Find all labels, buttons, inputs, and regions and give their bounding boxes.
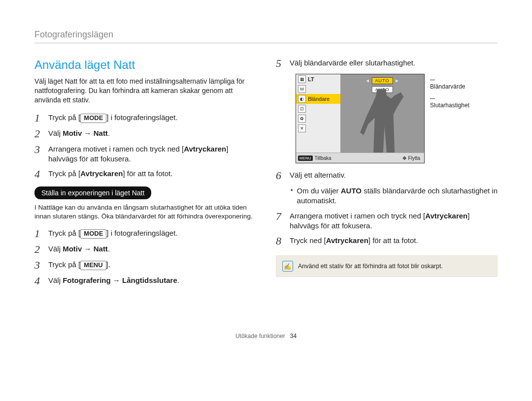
steps-b: 1 Tryck på [MODE] i fotograferingsläget.…: [34, 228, 256, 286]
step-5: 5 Välj bländarvärde eller slutarhastighe…: [276, 58, 498, 69]
steps-a: 1 Tryck på [MODE] i fotograferingsläget.…: [34, 113, 256, 180]
two-column-layout: Använda läget Natt Välj läget Natt för a…: [34, 58, 498, 293]
step-text: Arrangera motivet i ramen och tryck ned …: [48, 144, 228, 164]
lcd-row-flash: ✕: [296, 123, 340, 133]
breadcrumb: Fotograferingslägen: [34, 30, 498, 43]
manual-page: Fotograferingslägen Använda läget Natt V…: [0, 0, 532, 401]
section-title: Använda läget Natt: [34, 58, 256, 72]
camera-lcd: ▦ LT M ◐ Bländare ⊡ ✿ ✕: [296, 74, 425, 163]
footer-label: Utökade funktioner: [235, 333, 285, 339]
step-number: 1: [34, 228, 44, 239]
step-number: 3: [34, 144, 44, 155]
step-text: Tryck på [MODE] i fotograferingsläget.: [48, 113, 178, 123]
step-number: 5: [276, 58, 286, 69]
tip-box: ✍ Använd ett stativ för att förhindra at…: [276, 255, 498, 277]
step-8: 8 Tryck ned [Avtryckaren] för att ta fot…: [276, 236, 498, 247]
lcd-row-aperture: ◐ Bländare: [296, 94, 340, 104]
step-text: Välj Fotografering → Långtidsslutare.: [48, 276, 179, 285]
lcd-row-macro: ✿: [296, 114, 340, 123]
back-label: Tillbaka: [315, 155, 332, 161]
page-number: 34: [290, 333, 297, 339]
step-number: 2: [34, 128, 44, 139]
m-icon: M: [298, 85, 306, 93]
mode-icon: ▦: [298, 75, 306, 83]
mode-key: MODE: [80, 229, 106, 239]
step-number: 8: [276, 236, 286, 247]
step-text: Välj bländarvärde eller slutarhastighet.: [290, 58, 415, 68]
step-6: 6 Välj ett alternativ.: [276, 170, 498, 181]
flash-off-icon: ✕: [298, 124, 306, 132]
focus-icon: ⊡: [298, 105, 306, 113]
step-7: 7 Arrangera motivet i ramen och tryck ne…: [276, 211, 498, 231]
step-4: 4 Tryck på [Avtryckaren] för att ta foto…: [34, 169, 256, 180]
step-number: 6: [276, 170, 286, 181]
tip-text: Använd ett stativ för att förhindra att …: [298, 263, 443, 270]
step-text: Välj ett alternativ.: [290, 170, 346, 180]
step-number: 1: [34, 113, 44, 123]
auto-row-1: ◄ AUTO ►: [366, 77, 399, 84]
step-number: 2: [34, 244, 44, 255]
step-text: Arrangera motivet i ramen och tryck ned …: [290, 211, 469, 231]
silhouette-icon: [360, 89, 404, 153]
callout-aperture: Bländarvärde: [430, 76, 469, 90]
step-1: 1 Tryck på [MODE] i fotograferingsläget.: [34, 113, 256, 123]
aperture-icon: ◐: [298, 95, 306, 103]
move-label: Flytta: [408, 155, 420, 161]
step-2: 2 Välj Motiv → Natt.: [34, 128, 256, 139]
step-text: Välj Motiv → Natt.: [48, 244, 110, 254]
lcd-row-focus: ⊡: [296, 104, 340, 114]
left-arrow-icon: ◄: [366, 78, 370, 83]
lcd-row-m: M: [296, 84, 340, 94]
sub-intro: I Nattläge kan du använda en långsam slu…: [34, 203, 256, 221]
sub-heading-pill: Ställa in exponeringen i läget Natt: [34, 186, 151, 199]
mode-key: MODE: [80, 114, 106, 123]
lcd-row-lt: ▦ LT: [296, 74, 340, 84]
step-b3: 3 Tryck på [MENU].: [34, 260, 256, 271]
lcd-left-panel: ▦ LT M ◐ Bländare ⊡ ✿ ✕: [296, 74, 341, 163]
nav-icon: ✥: [402, 155, 406, 161]
step-6-bullet: • Om du väljer AUTO ställs bländarvärde …: [276, 186, 498, 206]
step-number: 4: [34, 276, 44, 286]
step-number: 7: [276, 211, 286, 222]
lcd-bottom-bar: MENU Tillbaka ✥ Flytta: [296, 153, 424, 163]
left-column: Använda läget Natt Välj läget Natt för a…: [34, 58, 256, 293]
bullet-icon: •: [291, 186, 293, 206]
step-text: Tryck ned [Avtryckaren] för att ta fotot…: [290, 236, 418, 246]
right-column: 5 Välj bländarvärde eller slutarhastighe…: [276, 58, 498, 293]
step-number: 4: [34, 169, 44, 180]
menu-key: MENU: [80, 261, 106, 270]
macro-icon: ✿: [298, 115, 306, 123]
page-footer: Utökade funktioner 34: [34, 333, 498, 339]
lcd-figure: ▦ LT M ◐ Bländare ⊡ ✿ ✕: [296, 74, 498, 163]
menu-button-icon: MENU: [298, 155, 313, 161]
step-number: 3: [34, 260, 44, 271]
intro-text: Välj läget Natt för att ta ett foto med …: [34, 77, 256, 105]
step-b1: 1 Tryck på [MODE] i fotograferingsläget.: [34, 228, 256, 239]
step-b2: 2 Välj Motiv → Natt.: [34, 244, 256, 255]
step-text: Tryck på [MENU].: [48, 260, 110, 270]
step-3: 3 Arrangera motivet i ramen och tryck ne…: [34, 144, 256, 164]
lcd-preview: ◄ AUTO ► AUTO: [340, 74, 424, 153]
step-b4: 4 Välj Fotografering → Långtidsslutare.: [34, 276, 256, 286]
right-arrow-icon: ►: [395, 78, 399, 83]
step-text: Tryck på [MODE] i fotograferingsläget.: [48, 228, 178, 239]
lcd-callouts: Bländarvärde Slutarhastighet: [430, 76, 469, 109]
callout-shutter: Slutarhastighet: [430, 95, 469, 109]
step-text: Välj Motiv → Natt.: [48, 128, 110, 138]
auto-button-highlight: AUTO: [372, 77, 393, 84]
step-text: Tryck på [Avtryckaren] för att ta fotot.: [48, 169, 172, 179]
tip-icon: ✍: [282, 261, 293, 272]
